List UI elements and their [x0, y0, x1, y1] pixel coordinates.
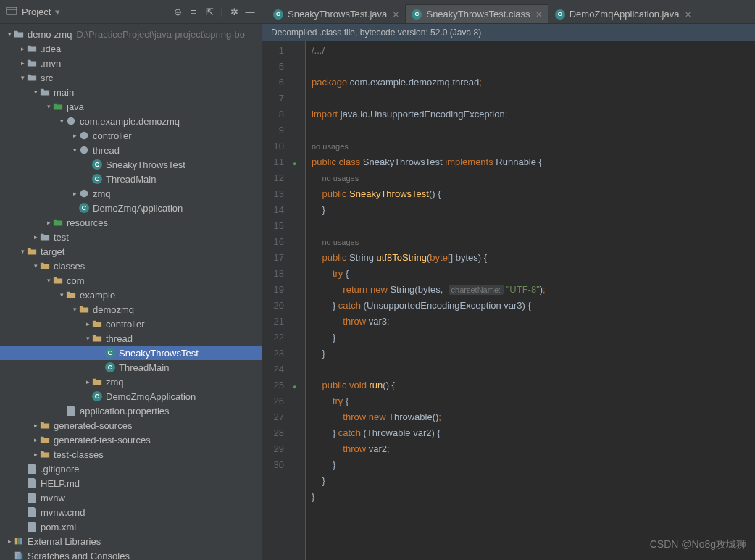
tree-node[interactable]: ▸zmq — [0, 186, 262, 201]
tree-label: DemoZmqApplication — [106, 391, 196, 402]
tree-node[interactable]: ▸resources — [0, 215, 262, 230]
expand-arrow[interactable]: ▸ — [32, 436, 39, 443]
output-folder-icon — [91, 318, 103, 330]
expand-arrow[interactable]: ▸ — [32, 233, 39, 241]
expand-arrow[interactable]: ▸ — [71, 132, 78, 139]
tree-label: example — [80, 290, 115, 301]
expand-arrow[interactable]: ▾ — [19, 248, 26, 255]
tree-node[interactable]: ▾com — [0, 273, 262, 288]
tree-node[interactable]: ▾target — [0, 244, 262, 259]
expand-arrow[interactable]: ▾ — [84, 335, 91, 342]
class-icon: C — [91, 173, 103, 185]
tree-node[interactable]: ▸zmq — [0, 375, 262, 389]
tree-node[interactable]: ▾main — [0, 85, 262, 99]
expand-arrow[interactable]: ▸ — [45, 219, 52, 226]
expand-arrow[interactable]: ▾ — [71, 146, 78, 154]
source-code[interactable]: /.../ package com.example.demozmq.thread… — [306, 41, 755, 560]
tree-node[interactable]: ▸test — [0, 230, 262, 244]
tree-label: Scratches and Consoles — [28, 551, 130, 561]
output-folder-icon — [91, 333, 103, 344]
tree-node[interactable]: ▸.idea — [0, 41, 262, 56]
tree-node[interactable]: CThreadMain — [0, 172, 262, 186]
tree-node[interactable]: ▾com.example.demozmq — [0, 114, 262, 128]
tree-node[interactable]: CDemoZmqApplication — [0, 389, 262, 404]
editor-tab[interactable]: CDemoZmqApplication.java× — [548, 4, 698, 23]
dropdown-icon[interactable]: ▾ — [55, 7, 60, 17]
tree-node[interactable]: ▸External Libraries — [0, 534, 262, 548]
expand-arrow[interactable]: ▾ — [6, 30, 13, 38]
expand-arrow[interactable]: ▸ — [32, 422, 39, 429]
project-tree[interactable]: ▾demo-zmqD:\PracticeProject\java-project… — [0, 24, 262, 560]
tree-node[interactable]: CSneakyThrowsTest — [0, 346, 262, 360]
expand-arrow[interactable]: ▸ — [19, 45, 26, 52]
expand-arrow[interactable]: ▸ — [19, 59, 26, 67]
locate-icon[interactable]: ⊕ — [172, 6, 183, 17]
tree-node[interactable]: HELP.md — [0, 476, 262, 490]
expand-arrow[interactable]: ▸ — [32, 451, 39, 458]
watermark: CSDN @No8g攻城狮 — [650, 538, 746, 551]
expand-arrow[interactable]: ▾ — [32, 88, 39, 96]
close-icon[interactable]: × — [393, 9, 399, 20]
editor-tab[interactable]: CSneakyThrowsTest.class× — [405, 4, 548, 23]
tree-node[interactable]: ▸generated-sources — [0, 418, 262, 432]
tree-label: src — [41, 72, 53, 83]
close-icon[interactable]: × — [536, 9, 542, 20]
library-icon — [13, 535, 25, 547]
tree-node[interactable]: ▾java — [0, 99, 262, 114]
expand-arrow[interactable]: ▸ — [6, 538, 13, 545]
expand-arrow[interactable]: ▾ — [45, 103, 52, 110]
tree-node[interactable]: ▾thread — [0, 143, 262, 157]
tree-node[interactable]: .gitignore — [0, 461, 262, 476]
tree-node[interactable]: ▾classes — [0, 259, 262, 273]
folder-icon — [39, 86, 51, 98]
editor-tab[interactable]: CSneakyThrowsTest.java× — [267, 4, 405, 23]
tree-node[interactable]: application.properties — [0, 404, 262, 418]
tree-node[interactable]: ▸test-classes — [0, 447, 262, 461]
tree-node[interactable]: ▸controller — [0, 128, 262, 143]
tree-node[interactable]: ▸controller — [0, 317, 262, 331]
tree-node[interactable]: Scratches and Consoles — [0, 548, 262, 560]
tree-node[interactable]: CThreadMain — [0, 360, 262, 375]
tree-label: resources — [67, 217, 108, 228]
tree-label: classes — [54, 261, 85, 272]
tree-label: zmq — [106, 377, 124, 388]
expand-arrow[interactable]: ▾ — [32, 262, 39, 269]
package-icon — [78, 144, 90, 156]
expand-arrow[interactable]: ▾ — [58, 117, 65, 125]
expand-arrow[interactable]: ▸ — [71, 190, 78, 197]
expand-arrow[interactable]: ▾ — [58, 291, 65, 298]
tree-node[interactable]: pom.xml — [0, 519, 262, 534]
svg-rect-0 — [7, 7, 17, 14]
expand-arrow[interactable]: ▾ — [19, 74, 26, 81]
source-folder-icon — [52, 217, 64, 228]
output-folder-icon — [91, 376, 103, 388]
collapse-icon[interactable]: ⇱ — [204, 6, 215, 17]
output-folder-icon — [52, 275, 64, 286]
tree-node[interactable]: ▾example — [0, 288, 262, 302]
expand-arrow[interactable]: ▾ — [45, 277, 52, 284]
tree-node[interactable]: mvnw.cmd — [0, 505, 262, 519]
tree-node[interactable]: ▸.mvn — [0, 56, 262, 70]
sidebar-title[interactable]: Project — [22, 7, 51, 17]
tree-node[interactable]: mvnw — [0, 490, 262, 505]
tree-node[interactable]: ▸generated-test-sources — [0, 432, 262, 447]
expand-arrow[interactable]: ▸ — [84, 378, 91, 385]
hide-icon[interactable]: — — [244, 6, 256, 17]
tree-node[interactable]: CSneakyThrowsTest — [0, 157, 262, 172]
tree-node[interactable]: ▾demo-zmqD:\PracticeProject\java-project… — [0, 27, 262, 41]
output-folder-icon — [39, 448, 51, 460]
code-area[interactable]: 1567891011121314151617181920212223242526… — [262, 41, 755, 560]
close-icon[interactable]: × — [685, 9, 691, 20]
expand-arrow[interactable]: ▸ — [84, 320, 91, 327]
svg-point-2 — [67, 117, 75, 125]
expand-icon[interactable]: ≡ — [188, 6, 199, 17]
tree-node[interactable]: ▾demozmq — [0, 302, 262, 317]
tree-label: HELP.md — [41, 478, 80, 489]
tree-node[interactable]: ▾thread — [0, 331, 262, 346]
svg-rect-7 — [17, 538, 20, 545]
expand-arrow[interactable]: ▾ — [71, 306, 78, 313]
svg-rect-6 — [15, 538, 17, 545]
tree-node[interactable]: ▾src — [0, 70, 262, 85]
tree-node[interactable]: CDemoZmqApplication — [0, 201, 262, 215]
gear-icon[interactable]: ✲ — [228, 6, 240, 17]
